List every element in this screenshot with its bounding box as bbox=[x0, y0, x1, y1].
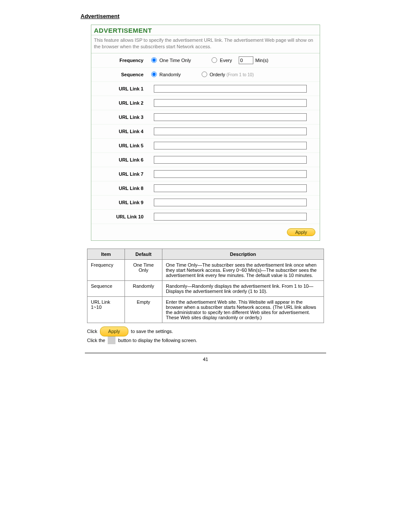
url-link-label: URL Link 9 bbox=[91, 200, 149, 205]
url-link-input[interactable] bbox=[154, 213, 307, 221]
th-item: Item bbox=[87, 249, 125, 259]
every-label: Every bbox=[220, 58, 232, 63]
table-row: SequenceRandomlyRandomly—Randomly displa… bbox=[87, 280, 324, 296]
cell-default: Randomly bbox=[125, 280, 162, 296]
cell-description: Randomly—Randomly displays the advertise… bbox=[162, 280, 324, 296]
advertisement-panel: ADVERTISEMENT This feature allows ISP to… bbox=[91, 25, 320, 241]
url-link-row: URL Link 10 bbox=[91, 210, 320, 224]
url-link-input[interactable] bbox=[154, 128, 307, 135]
url-link-label: URL Link 3 bbox=[91, 115, 149, 120]
one-time-only-radio[interactable] bbox=[151, 57, 157, 63]
url-link-row: URL Link 8 bbox=[91, 181, 320, 196]
randomly-radio[interactable] bbox=[151, 72, 157, 77]
cell-item: Frequency bbox=[87, 259, 125, 280]
every-minutes-input[interactable] bbox=[239, 56, 253, 64]
button-placeholder-icon bbox=[108, 336, 115, 344]
url-link-label: URL Link 6 bbox=[91, 157, 149, 162]
table-row: FrequencyOne Time OnlyOne Time Only—The … bbox=[87, 259, 324, 280]
url-link-input[interactable] bbox=[154, 156, 307, 164]
url-link-label: URL Link 8 bbox=[91, 186, 149, 191]
url-link-input[interactable] bbox=[154, 199, 307, 206]
url-link-row: URL Link 1 bbox=[91, 82, 320, 96]
url-link-row: URL Link 7 bbox=[91, 167, 320, 181]
one-time-only-label: One Time Only bbox=[159, 58, 191, 63]
url-link-label: URL Link 2 bbox=[91, 100, 149, 106]
page-number: 41 bbox=[18, 357, 393, 362]
url-link-input[interactable] bbox=[154, 142, 307, 149]
cell-description: Enter the advertisement Web site. This W… bbox=[162, 296, 324, 323]
section-heading: Advertisement bbox=[81, 13, 393, 19]
panel-description: This feature allows ISP to specify the a… bbox=[91, 35, 320, 53]
url-link-row: URL Link 3 bbox=[91, 110, 320, 124]
mins-label: Min(s) bbox=[255, 58, 268, 63]
cell-description: One Time Only—The subscriber sees the ad… bbox=[162, 259, 324, 280]
randomly-label: Randomly bbox=[159, 72, 181, 77]
frequency-label: Frequency bbox=[91, 58, 149, 63]
panel-title: ADVERTISEMENT bbox=[94, 27, 317, 34]
url-link-input[interactable] bbox=[154, 85, 307, 93]
th-default: Default bbox=[125, 249, 162, 259]
frequency-row: Frequency One Time Only Every Min(s) bbox=[91, 53, 320, 68]
cell-item: URL Link 1~10 bbox=[87, 296, 125, 323]
orderly-label: Orderly (From 1 to 10) bbox=[210, 72, 254, 77]
cell-item: Sequence bbox=[87, 280, 125, 296]
url-link-row: URL Link 6 bbox=[91, 153, 320, 167]
description-table: Item Default Description FrequencyOne Ti… bbox=[87, 249, 324, 323]
url-link-label: URL Link 7 bbox=[91, 171, 149, 177]
orderly-radio[interactable] bbox=[202, 72, 207, 77]
url-link-row: URL Link 4 bbox=[91, 124, 320, 139]
url-link-input[interactable] bbox=[154, 184, 307, 192]
url-link-row: URL Link 2 bbox=[91, 96, 320, 110]
every-radio[interactable] bbox=[212, 57, 217, 63]
apply-button[interactable]: Apply bbox=[287, 228, 315, 236]
footer-rule bbox=[85, 353, 326, 353]
url-link-input[interactable] bbox=[154, 170, 307, 178]
url-link-row: URL Link 5 bbox=[91, 139, 320, 153]
url-link-row: URL Link 9 bbox=[91, 196, 320, 210]
sequence-label: Sequence bbox=[91, 72, 149, 77]
th-description: Description bbox=[162, 249, 324, 259]
url-link-input[interactable] bbox=[154, 113, 307, 121]
sequence-row: Sequence Randomly Orderly (From 1 to 10) bbox=[91, 68, 320, 82]
url-link-label: URL Link 5 bbox=[91, 143, 149, 148]
table-row: URL Link 1~10EmptyEnter the advertisemen… bbox=[87, 296, 324, 323]
cell-default: Empty bbox=[125, 296, 162, 323]
url-link-label: URL Link 4 bbox=[91, 129, 149, 134]
url-link-input[interactable] bbox=[154, 99, 307, 107]
url-link-label: URL Link 1 bbox=[91, 86, 149, 91]
url-link-label: URL Link 10 bbox=[91, 214, 149, 219]
apply-button-inline[interactable]: Apply bbox=[100, 327, 128, 337]
apply-instruction: Click Apply to save the settings. Click … bbox=[87, 327, 324, 345]
cell-default: One Time Only bbox=[125, 259, 162, 280]
